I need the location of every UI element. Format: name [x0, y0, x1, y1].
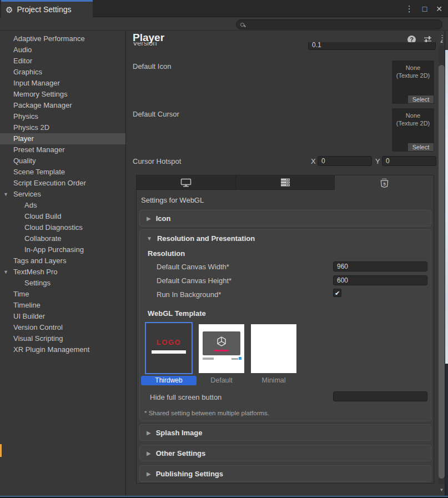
template-label-thirdweb[interactable]: Thirdweb	[141, 376, 197, 385]
search-input[interactable]	[236, 19, 442, 29]
settings-for-webgl-title: Settings for WebGL	[141, 196, 204, 204]
template-label-minimal[interactable]: Minimal	[251, 376, 296, 384]
default-icon-select-button[interactable]: Select	[408, 95, 434, 103]
template-card-minimal[interactable]	[251, 324, 296, 373]
monitor-icon	[180, 178, 192, 187]
sidebar-item-ui-builder[interactable]: UI Builder	[0, 311, 125, 322]
sidebar-item-input-manager[interactable]: Input Manager	[0, 78, 125, 89]
object-picker-none: None	[392, 64, 434, 72]
object-picker-none: None	[392, 112, 434, 119]
hide-fullscreen-field[interactable]	[333, 391, 427, 401]
default-template-screen	[203, 331, 240, 355]
sidebar-item-memory-settings[interactable]: Memory Settings	[0, 89, 125, 100]
version-field[interactable]: 0.1	[308, 42, 436, 50]
close-icon[interactable]: ✕	[436, 4, 442, 13]
foldout-label: Splash Image	[156, 429, 203, 437]
template-card-default[interactable]	[199, 324, 244, 373]
sidebar-item-cloud-diagnostics[interactable]: Cloud Diagnostics	[0, 222, 125, 233]
template-card-thirdweb[interactable]: LOGO	[145, 322, 193, 374]
sidebar-item-version-control[interactable]: Version Control	[0, 322, 125, 333]
foldout-other-settings[interactable]: ▶ Other Settings	[139, 445, 431, 461]
svg-text:HTML: HTML	[382, 178, 387, 180]
object-picker-type: (Texture 2D)	[392, 119, 434, 127]
unity-progress-bar	[214, 350, 229, 351]
unity-badge-mark	[239, 357, 241, 360]
sidebar-item-script-execution-order[interactable]: Script Execution Order	[0, 178, 125, 189]
settings-sidebar: Adaptive Performance Audio Editor Graphi…	[0, 31, 126, 498]
canvas-height-field[interactable]: 600	[333, 275, 427, 285]
sidebar-item-audio[interactable]: Audio	[0, 44, 125, 56]
sidebar-item-player[interactable]: Player	[0, 133, 125, 144]
window-menu-icon[interactable]: ⋮	[405, 4, 414, 14]
hotspot-y-field[interactable]: 0	[382, 156, 436, 166]
default-cursor-select-button[interactable]: Select	[408, 143, 434, 151]
scrollbar-thumb[interactable]	[439, 65, 445, 479]
left-edge-yellow-marker	[0, 444, 2, 457]
canvas-width-field[interactable]: 960	[333, 261, 427, 271]
object-picker-type: (Texture 2D)	[392, 72, 434, 79]
search-icon	[240, 23, 244, 27]
hotspot-x-field[interactable]: 0	[318, 156, 372, 166]
foldout-splash-image[interactable]: ▶ Splash Image	[139, 424, 431, 441]
window-title: Project Settings	[17, 5, 71, 14]
sidebar-item-editor[interactable]: Editor	[0, 56, 125, 67]
default-cursor-label: Default Cursor	[133, 110, 179, 118]
sidebar-item-scene-template[interactable]: Scene Template	[0, 167, 125, 178]
sidebar-item-tags-and-layers[interactable]: Tags and Layers	[0, 255, 125, 266]
sidebar-item-visual-scripting[interactable]: Visual Scripting	[0, 333, 125, 344]
tab-project-settings[interactable]: ⚙ Project Settings	[1, 0, 93, 17]
canvas-width-label: Default Canvas Width*	[157, 263, 229, 271]
template-label-default[interactable]: Default	[199, 376, 244, 384]
default-icon-label: Default Icon	[133, 62, 171, 71]
run-in-background-label: Run In Background*	[157, 290, 221, 299]
sidebar-item-physics-2d[interactable]: Physics 2D	[0, 122, 125, 133]
player-settings-pane: Player ? ⋮ Version 0.1 Default Icon None…	[126, 31, 448, 498]
thirdweb-loading-bar	[152, 350, 186, 354]
sidebar-item-xr-plugin-management[interactable]: XR Plugin Management	[0, 344, 125, 355]
resolution-heading: Resolution	[148, 249, 185, 258]
sidebar-item-collaborate[interactable]: Collaborate	[0, 233, 125, 244]
default-cursor-object-picker[interactable]: None (Texture 2D) Select	[391, 108, 435, 152]
sidebar-item-time[interactable]: Time	[0, 289, 125, 300]
default-icon-object-picker[interactable]: None (Texture 2D) Select	[391, 60, 435, 104]
unity-logo-icon	[216, 336, 227, 347]
sidebar-item-adaptive-performance[interactable]: Adaptive Performance	[0, 33, 125, 44]
hotspot-y-label: Y	[375, 157, 380, 165]
sidebar-item-timeline[interactable]: Timeline	[0, 300, 125, 311]
tab-standalone[interactable]	[137, 175, 236, 190]
maximize-icon[interactable]: □	[422, 4, 427, 13]
sidebar-item-cloud-build[interactable]: Cloud Build	[0, 211, 125, 222]
tab-webgl[interactable]: HTML 5	[335, 175, 434, 190]
cursor-hotspot-label: Cursor Hotspot	[133, 157, 181, 165]
shared-setting-note: * Shared setting between multiple platfo…	[144, 410, 269, 416]
sidebar-item-services[interactable]: ▼Services	[0, 189, 125, 200]
tab-dedicated-server[interactable]	[236, 175, 335, 190]
hide-fullscreen-label: Hide full screen button	[150, 393, 222, 401]
resolution-presentation-box: ▼ Resolution and Presentation Resolution…	[139, 229, 431, 421]
sidebar-item-textmesh-pro[interactable]: ▼TextMesh Pro	[0, 266, 125, 278]
sidebar-item-graphics[interactable]: Graphics	[0, 67, 125, 78]
sidebar-item-preset-manager[interactable]: Preset Manager	[0, 144, 125, 155]
sidebar-item-ads[interactable]: Ads	[0, 200, 125, 211]
chevron-down-icon: ▼	[147, 235, 152, 242]
foldout-label: Icon	[156, 214, 171, 223]
sidebar-item-label: TextMesh Pro	[13, 268, 57, 276]
thirdweb-logo-text: LOGO	[146, 338, 192, 346]
sidebar-item-quality[interactable]: Quality	[0, 155, 125, 167]
foldout-icon[interactable]: ▶ Icon	[139, 210, 431, 227]
run-in-background-checkbox[interactable]: ✔	[333, 289, 341, 297]
toolbar	[0, 18, 448, 31]
webgl-template-heading: WebGL Template	[148, 309, 206, 318]
gear-icon: ⚙	[6, 6, 13, 14]
project-settings-window: ⚙ Project Settings ⋮ □ ✕ Adaptive Perfor…	[0, 0, 448, 498]
foldout-publishing-settings[interactable]: ▶ Publishing Settings	[139, 465, 431, 482]
sidebar-item-in-app-purchasing[interactable]: In-App Purchasing	[0, 244, 125, 255]
sidebar-item-package-manager[interactable]: Package Manager	[0, 100, 125, 111]
check-icon: ✔	[335, 290, 340, 296]
sidebar-item-physics[interactable]: Physics	[0, 111, 125, 122]
foldout-resolution-presentation[interactable]: ▼ Resolution and Presentation	[147, 234, 255, 243]
foldout-label: Publishing Settings	[156, 470, 223, 478]
window-controls: ⋮ □ ✕	[405, 0, 442, 17]
sidebar-item-tmp-settings[interactable]: Settings	[0, 278, 125, 289]
canvas-height-label: Default Canvas Height*	[157, 276, 231, 285]
